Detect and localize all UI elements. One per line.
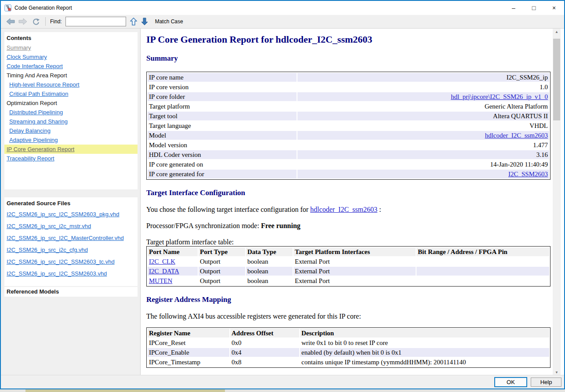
file-link[interactable]: I2C_SSM26_ip_src_I2C_SSM2603.vhd — [7, 268, 138, 279]
match-case-toggle[interactable]: Match Case — [155, 18, 183, 25]
taskbar-fragment — [25, 389, 225, 392]
contents-header: Contents — [4, 32, 138, 43]
table-row: IPCore_Reset 0x0 write 0x1 to bit 0 to r… — [148, 338, 549, 347]
maximize-button[interactable]: □ — [524, 1, 544, 15]
sidebar-item-code-interface-report[interactable]: Code Interface Report — [4, 62, 138, 71]
refresh-icon — [32, 18, 40, 25]
port-link[interactable]: I2C_CLK — [149, 258, 175, 265]
port-link[interactable]: I2C_DATA — [149, 268, 179, 275]
table-row: IPCore_Enable 0x4 enabled (by default) w… — [148, 348, 549, 357]
target-interface-heading: Target Interface Configuration — [146, 189, 553, 197]
interface-table-caption: Target platform interface table: — [146, 238, 553, 246]
table-row: Target toolAltera QUARTUS II — [148, 112, 549, 120]
sidebar-item-summary[interactable]: Summary — [4, 43, 138, 52]
up-arrow-icon — [130, 18, 137, 25]
close-icon: × — [552, 4, 556, 11]
minimize-icon: – — [512, 4, 515, 11]
toolbar-separator — [45, 17, 46, 26]
table-row: Model version1.477 — [148, 141, 549, 149]
sync-mode-value: Free running — [261, 222, 301, 229]
forward-button[interactable] — [18, 18, 27, 25]
file-link[interactable]: I2C_SSM26_ip_src_I2C_SSM2603_pkg.vhd — [7, 208, 138, 220]
table-row: IP core folderhdl_prj\ipcore\I2C_SSM26_i… — [148, 92, 549, 101]
sidebar-item-distributed-pipelining[interactable]: Distributed Pipelining — [4, 108, 138, 117]
ip-core-folder-link[interactable]: hdl_prj\ipcore\I2C_SSM26_ip_v1_0 — [451, 93, 548, 100]
model-link[interactable]: hdlcoder_I2C_ssm2603 — [310, 206, 377, 213]
sidebar: Contents Summary Clock Summary Code Inte… — [1, 29, 141, 375]
ok-button[interactable]: OK — [494, 377, 527, 387]
page-title: IP Core Generation Report for hdlcoder_I… — [146, 34, 553, 45]
sidebar-item-ip-core-generation-report[interactable]: IP Core Generation Report — [4, 145, 138, 154]
table-row: Target platformGeneric Altera Platform — [148, 102, 549, 111]
register-mapping-heading: Register Address Mapping — [146, 295, 553, 304]
register-intro-text: The following AXI4 bus accessible regist… — [146, 312, 553, 320]
register-address-table: Register Name Address Offset Description… — [146, 327, 551, 368]
desktop-strip — [0, 389, 565, 392]
table-row: HDL Coder version3.16 — [148, 150, 549, 159]
table-header-row: Register Name Address Offset Description — [148, 329, 549, 338]
refresh-button[interactable] — [32, 18, 40, 25]
file-link[interactable]: I2C_SSM26_ip_src_I2C_MasterController.vh… — [7, 232, 138, 244]
vertical-scrollbar[interactable]: ▲ ▼ — [553, 29, 561, 375]
sidebar-item-adaptive-pipelining[interactable]: Adaptive Pipelining — [4, 135, 138, 145]
window-controls: – □ × — [503, 1, 564, 15]
generated-files-panel: Generated Source Files I2C_SSM26_ip_src_… — [4, 197, 138, 286]
title-bar: Code Generation Report – □ × — [1, 1, 564, 15]
forward-arrow-icon — [18, 18, 27, 25]
code-generation-report-window: Code Generation Report – □ × Find: — [0, 0, 565, 389]
table-row: IP core generated on14-Jan-2020 11:40:49 — [148, 160, 549, 169]
table-row: MUTEN Outport boolean External Port — [148, 276, 549, 285]
report-app-icon — [4, 4, 11, 11]
window-title: Code Generation Report — [14, 5, 72, 11]
generated-source-files-header: Generated Source Files — [4, 197, 138, 208]
scroll-down-icon[interactable]: ▼ — [553, 370, 561, 374]
port-link[interactable]: MUTEN — [149, 277, 172, 284]
table-row: Modelhdlcoder_I2C_ssm2603 — [148, 131, 549, 140]
toolbar: Find: Match Case — [1, 15, 564, 29]
sidebar-item-delay-balancing[interactable]: Delay Balancing — [4, 126, 138, 135]
table-row: IP core nameI2C_SSM26_ip — [148, 73, 549, 82]
footer-bar: OK Help — [1, 375, 564, 388]
help-button[interactable]: Help — [531, 377, 561, 387]
table-row: IP core version1.0 — [148, 83, 549, 91]
sidebar-item-traceability-report[interactable]: Traceability Report — [4, 154, 138, 163]
table-row: IP core generated forI2C_SSM2603 — [148, 170, 549, 178]
sync-mode-text: Processor/FPGA synchronization mode: Fre… — [146, 221, 553, 230]
sidebar-item-clock-summary[interactable]: Clock Summary — [4, 52, 138, 62]
table-row: Target languageVHDL — [148, 121, 549, 130]
sidebar-item-optimization-report: Optimization Report — [4, 98, 138, 108]
sidebar-item-high-level-resource-report[interactable]: High-level Resource Report — [4, 80, 138, 89]
generated-for-link[interactable]: I2C_SSM2603 — [508, 171, 548, 178]
find-input[interactable] — [65, 17, 126, 26]
file-link[interactable]: I2C_SSM26_ip_src_I2C_SSM2603_tc.vhd — [7, 256, 138, 268]
back-arrow-icon — [6, 18, 15, 25]
main-area: Contents Summary Clock Summary Code Inte… — [1, 29, 564, 375]
sidebar-item-timing-and-area-report: Timing And Area Report — [4, 71, 138, 80]
minimize-button[interactable]: – — [503, 1, 524, 15]
summary-table: IP core nameI2C_SSM26_ip IP core version… — [146, 72, 551, 180]
table-header-row: Port Name Port Type Data Type Target Pla… — [148, 247, 549, 256]
referenced-models-panel: Referenced Models — [4, 287, 138, 297]
contents-panel: Contents Summary Clock Summary Code Inte… — [4, 32, 138, 189]
table-row: I2C_DATA Outport boolean External Port — [148, 267, 549, 276]
summary-heading: Summary — [146, 54, 553, 63]
sidebar-item-streaming-and-sharing[interactable]: Streaming and Sharing — [4, 117, 138, 126]
down-arrow-icon — [141, 18, 148, 25]
maximize-icon: □ — [532, 4, 536, 11]
target-intro-text: You chose the following target interface… — [146, 205, 553, 214]
find-next-button[interactable] — [141, 18, 148, 25]
table-row: IPCore_Timestamp 0x8 contains unique IP … — [148, 358, 549, 367]
find-previous-button[interactable] — [130, 18, 137, 25]
find-label: Find: — [50, 18, 62, 25]
back-button[interactable] — [6, 18, 15, 25]
scroll-up-icon[interactable]: ▲ — [553, 29, 561, 36]
file-link[interactable]: I2C_SSM26_ip_src_i2c_mstr.vhd — [7, 220, 138, 232]
target-platform-interface-table: Port Name Port Type Data Type Target Pla… — [146, 246, 551, 287]
model-link[interactable]: hdlcoder_I2C_ssm2603 — [485, 132, 548, 139]
report-content: IP Core Generation Report for hdlcoder_I… — [141, 29, 553, 375]
file-link[interactable]: I2C_SSM26_ip_src_i2c_cfg.vhd — [7, 244, 138, 256]
table-row: I2C_CLK Outport boolean External Port — [148, 257, 549, 266]
close-button[interactable]: × — [544, 1, 564, 15]
scrollbar-thumb[interactable] — [553, 39, 560, 120]
sidebar-item-critical-path-estimation[interactable]: Critical Path Estimation — [4, 89, 138, 98]
